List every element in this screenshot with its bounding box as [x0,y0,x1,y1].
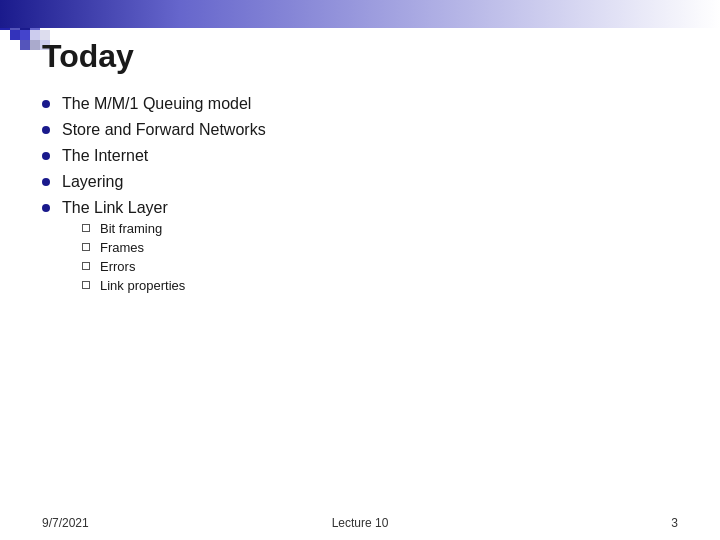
sub-bullet-icon [82,262,90,270]
bullet-text: Layering [62,173,123,191]
sub-bullet-item: Errors [82,259,185,274]
mosaic-cell [30,50,40,60]
bullet-dot-icon [42,126,50,134]
sub-bullet-text: Errors [100,259,135,274]
mosaic-cell [20,30,30,40]
bullet-item: Store and Forward Networks [42,121,678,139]
bullet-item: The Link LayerBit framingFramesErrorsLin… [42,199,678,297]
sub-bullet-list: Bit framingFramesErrorsLink properties [82,221,185,293]
sub-bullet-icon [82,243,90,251]
top-bar [0,0,720,28]
mosaic-cell [30,30,40,40]
footer-date: 9/7/2021 [42,516,89,530]
slide-content: The M/M/1 Queuing modelStore and Forward… [42,95,678,305]
sub-bullet-text: Link properties [100,278,185,293]
bullet-dot-icon [42,204,50,212]
bullet-text: Store and Forward Networks [62,121,266,139]
bullet-dot-icon [42,100,50,108]
bullet-item: Layering [42,173,678,191]
footer-page: 3 [671,516,678,530]
mosaic-cell [0,30,10,40]
slide-title: Today [42,38,134,75]
bullet-text: The Internet [62,147,148,165]
sub-bullet-icon [82,224,90,232]
footer-lecture: Lecture 10 [332,516,389,530]
mosaic-cell [0,40,10,50]
sub-bullet-icon [82,281,90,289]
bullet-item: The Internet [42,147,678,165]
mosaic-cell [10,50,20,60]
bullet-dot-icon [42,152,50,160]
slide-footer: 9/7/2021 Lecture 10 3 [42,516,678,530]
mosaic-cell [20,50,30,60]
sub-bullet-item: Link properties [82,278,185,293]
bullet-dot-icon [42,178,50,186]
bullet-text: The M/M/1 Queuing model [62,95,251,113]
sub-bullet-text: Bit framing [100,221,162,236]
mosaic-cell [0,50,10,60]
sub-bullet-item: Bit framing [82,221,185,236]
main-bullet-list: The M/M/1 Queuing modelStore and Forward… [42,95,678,297]
mosaic-cell [10,40,20,50]
bullet-text: The Link LayerBit framingFramesErrorsLin… [62,199,185,297]
sub-bullet-text: Frames [100,240,144,255]
mosaic-cell [10,30,20,40]
mosaic-cell [20,40,30,50]
bullet-item: The M/M/1 Queuing model [42,95,678,113]
mosaic-cell [30,40,40,50]
sub-bullet-item: Frames [82,240,185,255]
